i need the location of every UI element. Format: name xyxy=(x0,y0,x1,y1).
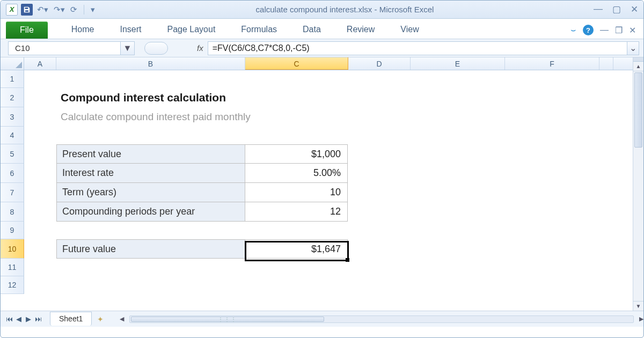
sheet-subtitle[interactable]: Calculate compound interest paid monthly xyxy=(56,107,443,127)
cell[interactable] xyxy=(245,222,348,239)
cell[interactable] xyxy=(348,259,411,276)
sheet-last-button[interactable]: ⏭ xyxy=(34,315,42,323)
cell[interactable] xyxy=(504,144,599,164)
row-header[interactable]: 1 xyxy=(1,70,24,88)
cell[interactable] xyxy=(443,88,537,107)
cell[interactable] xyxy=(537,107,632,127)
cell[interactable] xyxy=(56,70,245,88)
col-header-c[interactable]: C xyxy=(245,57,348,70)
tab-home[interactable]: Home xyxy=(58,20,107,39)
cell[interactable] xyxy=(348,276,411,294)
cancel-enter-pill[interactable] xyxy=(144,42,168,55)
cell[interactable] xyxy=(505,70,599,88)
scroll-down-button[interactable]: ▼ xyxy=(633,301,643,311)
cell[interactable] xyxy=(411,70,505,88)
hscroll-track[interactable]: ⋮⋮⋮ xyxy=(129,315,634,323)
col-header-d[interactable]: D xyxy=(348,57,411,70)
excel-logo-icon[interactable]: X xyxy=(6,4,18,16)
split-handle[interactable] xyxy=(633,57,643,62)
vertical-scrollbar[interactable]: ▲ ▼ xyxy=(633,57,643,311)
cell[interactable] xyxy=(411,127,505,144)
doc-close-button[interactable]: ✕ xyxy=(629,25,636,35)
sheet-title[interactable]: Compound interest calculation xyxy=(56,88,443,107)
cell[interactable] xyxy=(348,183,410,202)
col-header-e[interactable]: E xyxy=(411,57,505,70)
help-icon[interactable]: ? xyxy=(583,25,594,35)
scroll-up-button[interactable]: ▲ xyxy=(633,62,643,71)
cell[interactable] xyxy=(56,259,245,276)
sheet-prev-button[interactable]: ◀ xyxy=(14,315,23,323)
cell[interactable] xyxy=(504,164,599,183)
cell[interactable] xyxy=(410,144,504,164)
cell[interactable] xyxy=(245,259,348,276)
row-header[interactable]: 5 xyxy=(1,144,24,164)
select-all-corner[interactable] xyxy=(1,57,24,70)
ribbon-minimize-icon[interactable]: ⌣ xyxy=(570,25,576,35)
save-button[interactable] xyxy=(21,4,33,16)
value-future-value[interactable]: $1,647 xyxy=(245,239,348,259)
cell[interactable] xyxy=(411,276,505,294)
cell[interactable] xyxy=(348,239,410,259)
cell[interactable] xyxy=(504,239,599,259)
col-header-overflow[interactable] xyxy=(599,57,613,70)
tab-view[interactable]: View xyxy=(387,20,431,39)
cell[interactable] xyxy=(505,276,599,294)
redo-button[interactable]: ↷▾ xyxy=(53,5,66,14)
scroll-thumb[interactable] xyxy=(634,72,642,148)
row-header[interactable]: 6 xyxy=(1,164,24,183)
cell[interactable] xyxy=(348,127,411,144)
sheet-tab-sheet1[interactable]: Sheet1 xyxy=(50,312,92,326)
col-header-b[interactable]: B xyxy=(56,57,245,70)
cell[interactable] xyxy=(505,259,599,276)
file-tab[interactable]: File xyxy=(6,21,48,39)
customize-qat-button[interactable]: ▾ xyxy=(90,5,96,14)
cell[interactable] xyxy=(245,127,348,144)
cell[interactable] xyxy=(56,127,245,144)
row-header[interactable]: 3 xyxy=(1,107,24,127)
cell[interactable] xyxy=(410,239,504,259)
label-future-value[interactable]: Future value xyxy=(56,239,245,259)
cell[interactable] xyxy=(24,259,56,276)
label-periods[interactable]: Compounding periods per year xyxy=(56,202,245,222)
doc-restore-button[interactable]: ❐ xyxy=(615,25,623,35)
cell[interactable] xyxy=(348,70,411,88)
cell[interactable] xyxy=(56,276,245,294)
close-button[interactable]: ✕ xyxy=(631,4,638,15)
value-interest-rate[interactable]: 5.00% xyxy=(245,164,348,183)
row-header[interactable]: 8 xyxy=(1,202,24,222)
cell[interactable] xyxy=(348,144,410,164)
cell[interactable] xyxy=(410,164,504,183)
formula-bar[interactable]: =FV(C6/C8,C7*C8,0,-C5) xyxy=(208,41,627,55)
cell[interactable] xyxy=(443,107,537,127)
horizontal-scrollbar[interactable]: ◀ ⋮⋮⋮ ▶ xyxy=(120,315,643,323)
cell[interactable] xyxy=(411,222,505,239)
cell[interactable] xyxy=(24,70,56,88)
cell[interactable] xyxy=(245,70,348,88)
name-box-dropdown[interactable]: ▼ xyxy=(121,41,135,55)
cell[interactable] xyxy=(24,202,56,222)
doc-minimize-button[interactable]: ― xyxy=(600,25,609,35)
col-header-a[interactable]: A xyxy=(24,57,56,70)
tab-insert[interactable]: Insert xyxy=(107,20,154,39)
row-header[interactable]: 12 xyxy=(1,276,24,294)
new-sheet-button[interactable]: ✦ xyxy=(97,315,104,324)
value-periods[interactable]: 12 xyxy=(245,202,348,222)
tab-review[interactable]: Review xyxy=(334,20,387,39)
cell[interactable] xyxy=(24,164,56,183)
cell[interactable] xyxy=(24,239,56,259)
cell[interactable] xyxy=(504,183,599,202)
cell[interactable] xyxy=(24,107,56,127)
hscroll-left-button[interactable]: ◀ xyxy=(120,315,124,322)
cells-area[interactable]: 1 2 Compound interest calculation 3 Calc… xyxy=(1,70,633,311)
cell[interactable] xyxy=(411,259,505,276)
name-box[interactable]: C10 xyxy=(8,41,121,55)
col-header-f[interactable]: F xyxy=(505,57,599,70)
undo-button[interactable]: ↶▾ xyxy=(36,5,49,14)
row-header[interactable]: 11 xyxy=(1,259,24,276)
cell[interactable] xyxy=(24,144,56,164)
cell[interactable] xyxy=(24,127,56,144)
sheet-first-button[interactable]: ⏮ xyxy=(5,315,13,323)
label-interest-rate[interactable]: Interest rate xyxy=(56,164,245,183)
cell[interactable] xyxy=(505,127,599,144)
value-present-value[interactable]: $1,000 xyxy=(245,144,348,164)
